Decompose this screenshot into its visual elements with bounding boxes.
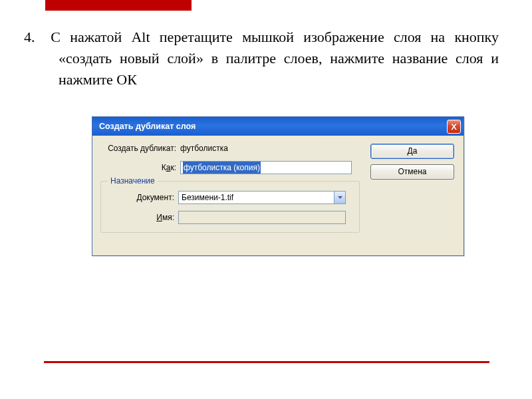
dialog-body: Создать дубликат: футболистка Как: футбо… [92, 136, 464, 255]
close-icon: X [451, 122, 457, 132]
svg-marker-0 [338, 196, 342, 199]
duplicate-value: футболистка [180, 144, 228, 153]
slide-footer-line [44, 361, 489, 363]
as-input-text: футболистка (копия) [183, 162, 261, 174]
name-label: Имя: [106, 213, 178, 222]
name-row: Имя: [106, 211, 354, 224]
document-dropdown[interactable]: Безимени-1.tif [178, 191, 346, 204]
document-row: Документ: Безимени-1.tif [106, 191, 354, 204]
slide-accent-bar [45, 0, 192, 11]
instruction-text: 4. С нажатой Alt перетащите мышкой изобр… [41, 27, 499, 90]
dialog-buttons: Да Отмена [370, 144, 454, 180]
dialog-title: Создать дубликат слоя [99, 122, 447, 131]
cancel-button[interactable]: Отмена [370, 164, 454, 180]
instruction-body: С нажатой Alt перетащите мышкой изображе… [51, 29, 499, 88]
destination-fieldset: Назначение Документ: Безимени-1.tif Имя: [100, 181, 360, 233]
destination-legend: Назначение [108, 176, 158, 186]
name-input[interactable] [178, 211, 346, 224]
as-label: Как: [100, 163, 180, 172]
close-button[interactable]: X [447, 120, 461, 134]
duplicate-label: Создать дубликат: [100, 144, 180, 153]
duplicate-layer-dialog: Создать дубликат слоя X Создать дубликат… [92, 116, 464, 256]
chevron-down-icon [338, 196, 342, 199]
as-input[interactable]: футболистка (копия) [180, 161, 352, 174]
dialog-titlebar[interactable]: Создать дубликат слоя X [92, 117, 464, 136]
document-dropdown-value: Безимени-1.tif [182, 193, 233, 202]
document-label: Документ: [106, 193, 178, 202]
dropdown-button[interactable] [334, 192, 345, 203]
ok-button[interactable]: Да [370, 144, 454, 159]
